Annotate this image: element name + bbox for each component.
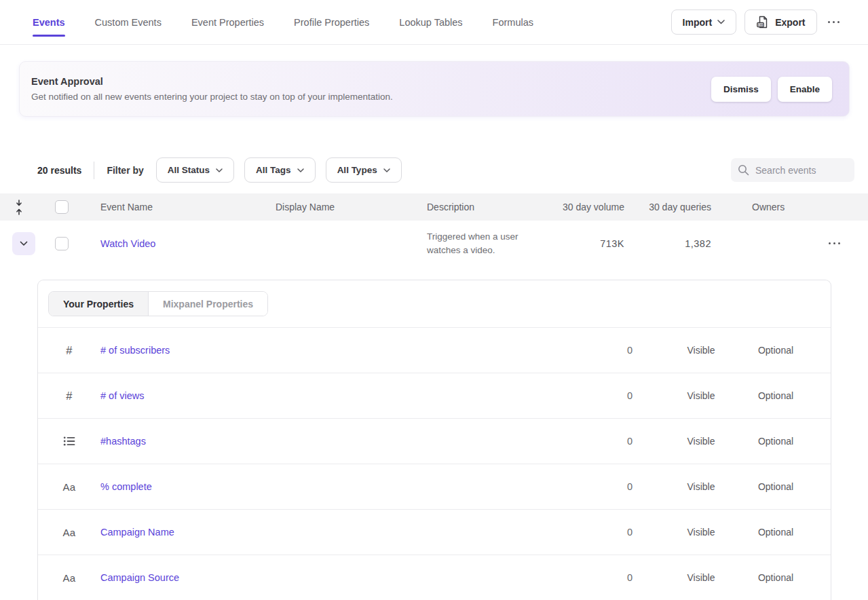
property-name-link[interactable]: #hashtags [100, 436, 146, 447]
banner-actions: Dismiss Enable [711, 77, 832, 102]
property-status: Optional [738, 527, 813, 538]
tab-custom-events[interactable]: Custom Events [95, 17, 162, 28]
chevron-down-icon [383, 168, 390, 172]
property-visibility: Visible [664, 481, 738, 492]
property-status: Optional [738, 345, 813, 356]
property-queries: 0 [589, 481, 664, 492]
csv-file-icon: csv [756, 15, 770, 29]
property-row: # # of views 0 Visible Optional [38, 373, 831, 418]
more-menu-icon[interactable] [825, 17, 843, 28]
events-table-header: Event Name Display Name Description 30 d… [0, 193, 868, 221]
dismiss-button[interactable]: Dismiss [711, 77, 771, 102]
property-name-link[interactable]: # of subscribers [100, 345, 170, 356]
property-queries: 0 [589, 572, 664, 583]
chevron-down-icon [20, 241, 28, 246]
property-name-link[interactable]: Campaign Source [100, 572, 179, 583]
text-type-icon: Aa [38, 481, 100, 493]
row-queries: 1,382 [624, 238, 711, 249]
row-expander-button[interactable] [12, 232, 35, 255]
properties-panel: Your Properties Mixpanel Properties # # … [37, 280, 831, 600]
select-all-checkbox[interactable] [55, 200, 69, 214]
export-button[interactable]: csv Export [744, 10, 816, 35]
property-name-link[interactable]: # of views [100, 390, 144, 401]
nav-actions: Import csv Export [671, 10, 842, 35]
tab-formulas[interactable]: Formulas [493, 17, 533, 28]
enable-button[interactable]: Enable [778, 77, 832, 102]
property-visibility: Visible [664, 345, 738, 356]
property-row: Aa Campaign Source 0 Visible Optional [38, 555, 831, 600]
header-owners: Owners [711, 202, 801, 212]
tab-your-properties[interactable]: Your Properties [49, 292, 149, 316]
row-volume: 713K [546, 238, 624, 249]
filter-toolbar: 20 results Filter by All Status All Tags… [37, 157, 854, 183]
chevron-down-icon [717, 20, 725, 24]
results-count: 20 results [37, 165, 81, 176]
property-queries: 0 [589, 527, 664, 538]
property-visibility: Visible [664, 572, 738, 583]
tab-events[interactable]: Events [33, 17, 65, 28]
status-filter-label: All Status [168, 165, 210, 175]
property-name-link[interactable]: % complete [100, 481, 152, 492]
property-row: Aa Campaign Name 0 Visible Optional [38, 509, 831, 555]
collapse-all-icon[interactable] [0, 200, 38, 215]
property-queries: 0 [589, 390, 664, 401]
chevron-down-icon [216, 168, 223, 172]
header-volume: 30 day volume [546, 202, 624, 212]
search-events-input[interactable] [755, 165, 848, 176]
header-display-name: Display Name [276, 202, 427, 212]
list-type-icon [38, 436, 100, 447]
tab-mixpanel-properties[interactable]: Mixpanel Properties [149, 292, 267, 316]
divider [94, 162, 94, 179]
property-visibility: Visible [664, 527, 738, 538]
import-button-label: Import [683, 17, 713, 28]
banner-text: Event Approval Get notified on all new e… [31, 76, 393, 102]
property-queries: 0 [589, 345, 664, 356]
number-type-icon: # [38, 344, 100, 357]
search-icon [738, 164, 749, 176]
types-filter-dropdown[interactable]: All Types [326, 157, 402, 183]
property-visibility: Visible [664, 390, 738, 401]
export-button-label: Export [775, 17, 805, 28]
property-status: Optional [738, 481, 813, 492]
property-status: Optional [738, 436, 813, 447]
property-status: Optional [738, 390, 813, 401]
header-description: Description [427, 202, 546, 212]
svg-text:csv: csv [758, 23, 763, 26]
properties-panel-header: Your Properties Mixpanel Properties [38, 280, 831, 327]
header-queries: 30 day queries [624, 202, 711, 212]
tab-event-properties[interactable]: Event Properties [191, 17, 264, 28]
search-events-box[interactable] [731, 158, 854, 182]
banner-description: Get notified on all new events entering … [31, 92, 393, 102]
row-more-menu-icon[interactable] [826, 238, 844, 249]
header-event-name: Event Name [88, 202, 276, 212]
status-filter-dropdown[interactable]: All Status [156, 157, 234, 183]
tab-lookup-tables[interactable]: Lookup Tables [399, 17, 462, 28]
types-filter-label: All Types [337, 165, 377, 175]
property-name-link[interactable]: Campaign Name [100, 527, 174, 538]
top-nav: Events Custom Events Event Properties Pr… [0, 0, 868, 45]
property-row: # # of subscribers 0 Visible Optional [38, 327, 831, 373]
event-row-watch-video: Watch Video Triggered when a user watche… [0, 221, 868, 266]
filter-by-label: Filter by [107, 165, 143, 176]
property-row: Aa % complete 0 Visible Optional [38, 464, 831, 509]
nav-tabs: Events Custom Events Event Properties Pr… [33, 17, 533, 28]
property-queries: 0 [589, 436, 664, 447]
properties-tab-control: Your Properties Mixpanel Properties [48, 291, 268, 316]
event-name-link[interactable]: Watch Video [100, 238, 155, 249]
banner-title: Event Approval [31, 76, 393, 87]
import-button[interactable]: Import [671, 10, 737, 35]
tags-filter-dropdown[interactable]: All Tags [244, 157, 316, 183]
row-description: Triggered when a user watches a video. [427, 230, 546, 257]
text-type-icon: Aa [38, 527, 100, 538]
property-status: Optional [738, 572, 813, 583]
chevron-down-icon [297, 168, 304, 172]
tags-filter-label: All Tags [256, 165, 291, 175]
event-approval-banner: Event Approval Get notified on all new e… [19, 61, 850, 117]
property-visibility: Visible [664, 436, 738, 447]
tab-profile-properties[interactable]: Profile Properties [294, 17, 369, 28]
property-row: #hashtags 0 Visible Optional [38, 418, 831, 464]
number-type-icon: # [38, 390, 100, 402]
text-type-icon: Aa [38, 572, 100, 584]
row-checkbox[interactable] [55, 237, 69, 250]
